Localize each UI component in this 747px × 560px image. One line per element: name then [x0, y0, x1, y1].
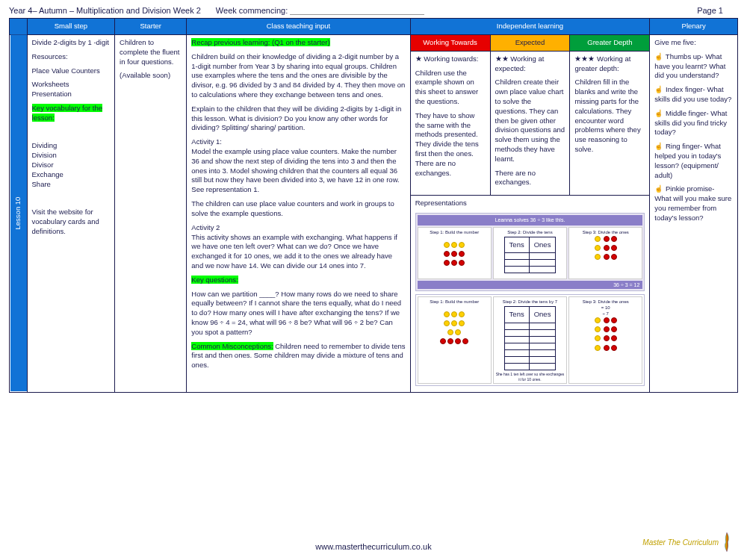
greater-depth-cell: ★★★ Working at greater depth: Children f… [570, 51, 650, 196]
working-towards-cell: ★ Working towards: Children use the exam… [410, 51, 490, 196]
working-towards-header: Working Towards [410, 34, 490, 51]
col-independent: Independent learning [410, 19, 650, 35]
col-starter: Starter [115, 19, 187, 35]
starter-cell: Children to complete the fluent in four … [115, 34, 187, 392]
representations-cell: Representations Leanna solves 36 ÷ 3 lik… [410, 196, 650, 393]
col-teaching: Class teaching input [187, 19, 410, 35]
misconceptions-highlight: Common Misconceptions: [191, 342, 273, 350]
greater-depth-header: Greater Depth [570, 34, 650, 51]
representation-1: Leanna solves 36 ÷ 3 like this. Step 1: … [415, 213, 645, 291]
lesson-plan-table: Small step Starter Class teaching input … [9, 18, 738, 393]
expected-cell: ★★ Working at expected: Children create … [490, 51, 570, 196]
teaching-cell: Recap previous learning: (Q1 on the star… [187, 34, 410, 392]
representation-2: Step 1: Build the number Step 2: Divide … [415, 294, 645, 386]
footer-url: www.masterthecurriculum.co.uk [0, 542, 747, 551]
recap-highlight: Recap previous learning: (Q1 on the star… [191, 38, 329, 46]
key-questions-highlight: Key questions: [191, 276, 238, 284]
feather-icon [722, 532, 732, 553]
plenary-cell: Give me five: ☝ Thumbs up- What have you… [650, 34, 738, 392]
col-small-step: Small step [27, 19, 115, 35]
page-number: Page 1 [697, 6, 723, 15]
lesson-tab: Lesson 10 [10, 34, 28, 392]
doc-title: Year 4– Autumn – Multiplication and Divi… [9, 6, 201, 15]
small-step-cell: Divide 2-digits by 1 -digit Resources: P… [27, 34, 115, 392]
col-plenary: Plenary [650, 19, 738, 35]
vocab-highlight: Key vocabulary for the lesson: [32, 104, 103, 122]
week-commencing-label: Week commencing: [216, 6, 424, 15]
expected-header: Expected [490, 34, 570, 51]
top-header: Year 4– Autumn – Multiplication and Divi… [9, 6, 738, 15]
footer-logo: Master The Curriculum [642, 532, 732, 553]
